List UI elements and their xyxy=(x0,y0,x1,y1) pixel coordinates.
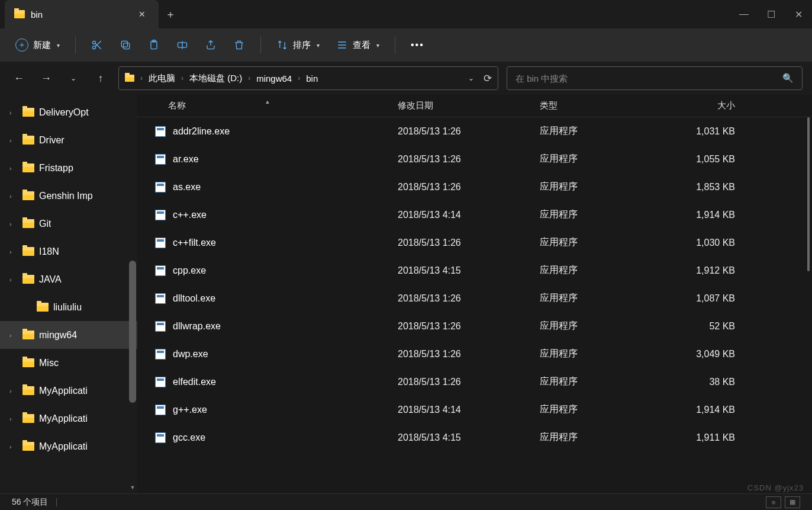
table-row[interactable]: cpp.exe2018/5/13 4:15应用程序1,912 KB xyxy=(137,256,812,284)
chevron-right-icon: › xyxy=(298,74,300,82)
up-button[interactable]: ↑ xyxy=(91,69,110,88)
sidebar-item[interactable]: ›Genshin Imp xyxy=(0,182,137,210)
view-icon xyxy=(336,39,348,51)
file-size: 1,914 KB xyxy=(658,405,753,415)
new-tab-button[interactable]: ＋ xyxy=(159,0,182,28)
column-type[interactable]: 类型 xyxy=(540,100,658,111)
table-row[interactable]: ar.exe2018/5/13 1:26应用程序1,055 KB xyxy=(137,145,812,173)
file-date: 2018/5/13 4:14 xyxy=(398,405,540,415)
table-row[interactable]: dwp.exe2018/5/13 1:26应用程序3,049 KB xyxy=(137,340,812,368)
sidebar-item[interactable]: ›Fristapp xyxy=(0,154,137,182)
sidebar-item[interactable]: ›MyApplicati xyxy=(0,377,137,405)
file-type: 应用程序 xyxy=(540,181,658,193)
rename-button[interactable] xyxy=(170,34,194,56)
breadcrumb-item[interactable]: bin xyxy=(306,73,318,84)
file-date: 2018/5/13 1:26 xyxy=(398,377,540,387)
delete-button[interactable] xyxy=(227,34,251,56)
sidebar-item[interactable]: ›mingw64 xyxy=(0,321,137,349)
file-name: dllwrap.exe xyxy=(173,321,221,332)
divider xyxy=(56,498,57,506)
scrollbar-thumb[interactable] xyxy=(129,261,136,403)
address-bar[interactable]: › 此电脑 › 本地磁盘 (D:) › mingw64 › bin ⌄ ⟳ xyxy=(118,66,498,90)
sidebar-item-label: MyApplicati xyxy=(39,386,88,396)
chevron-right-icon[interactable]: › xyxy=(9,332,18,339)
cut-button[interactable] xyxy=(85,34,109,56)
search-box[interactable]: 🔍 xyxy=(507,66,803,90)
paste-button[interactable] xyxy=(142,34,166,56)
forward-button[interactable]: → xyxy=(37,69,56,88)
search-input[interactable] xyxy=(515,73,782,84)
thumbnails-view-button[interactable]: ▦ xyxy=(785,496,800,508)
chevron-right-icon[interactable]: › xyxy=(9,137,18,144)
details-view-button[interactable]: ≡ xyxy=(766,496,781,508)
scroll-down-icon[interactable]: ▼ xyxy=(129,484,136,491)
chevron-right-icon[interactable]: › xyxy=(9,387,18,394)
sidebar-item[interactable]: ›Git xyxy=(0,210,137,238)
recent-button[interactable]: ⌄ xyxy=(64,69,83,88)
close-tab-button[interactable]: ✕ xyxy=(133,5,152,24)
search-icon[interactable]: 🔍 xyxy=(782,73,794,84)
sidebar-item-label: liuliuliu xyxy=(53,302,82,313)
maximize-button[interactable]: ☐ xyxy=(758,5,785,24)
chevron-down-icon[interactable]: ⌄ xyxy=(468,74,474,82)
breadcrumb-item[interactable]: 此电脑 xyxy=(149,73,175,84)
breadcrumb-item[interactable]: 本地磁盘 (D:) xyxy=(189,73,242,84)
sort-button[interactable]: 排序 ▾ xyxy=(270,34,326,56)
folder-icon xyxy=(22,136,34,145)
minimize-button[interactable]: — xyxy=(730,5,758,24)
sidebar: ›DeliveryOpt›Driver›Fristapp›Genshin Imp… xyxy=(0,95,137,493)
view-button[interactable]: 查看 ▾ xyxy=(330,34,385,56)
column-headers: ▲ 名称 修改日期 类型 大小 xyxy=(137,95,812,117)
file-date: 2018/5/13 4:15 xyxy=(398,265,540,276)
refresh-button[interactable]: ⟳ xyxy=(484,72,492,85)
watermark: CSDN @yjx23 xyxy=(747,483,804,492)
file-name: ar.exe xyxy=(173,154,199,165)
new-button[interactable]: ＋ 新建 ▾ xyxy=(9,34,66,56)
share-button[interactable] xyxy=(199,34,223,56)
chevron-right-icon[interactable]: › xyxy=(9,415,18,422)
sidebar-item[interactable]: ›JAVA xyxy=(0,265,137,293)
table-row[interactable]: gcc.exe2018/5/13 4:15应用程序1,911 KB xyxy=(137,424,812,451)
column-date[interactable]: 修改日期 xyxy=(398,100,540,111)
file-name: g++.exe xyxy=(173,405,207,415)
chevron-right-icon[interactable]: › xyxy=(9,276,18,283)
table-row[interactable]: dllwrap.exe2018/5/13 1:26应用程序52 KB xyxy=(137,312,812,340)
sidebar-item-label: MyApplicati xyxy=(39,413,88,424)
window-tab[interactable]: bin ✕ xyxy=(5,0,159,28)
close-window-button[interactable]: ✕ xyxy=(785,5,812,24)
copy-button[interactable] xyxy=(114,34,137,56)
sidebar-item[interactable]: ›MyApplicati xyxy=(0,405,137,432)
chevron-right-icon[interactable]: › xyxy=(9,193,18,200)
chevron-right-icon[interactable]: › xyxy=(9,109,18,116)
sidebar-item[interactable]: ›DeliveryOpt xyxy=(0,98,137,126)
sidebar-item[interactable]: ›MyApplicati xyxy=(0,432,137,460)
sidebar-item[interactable]: ›Driver xyxy=(0,126,137,154)
chevron-right-icon[interactable]: › xyxy=(9,443,18,450)
file-size: 1,853 KB xyxy=(658,182,753,193)
sidebar-item[interactable]: ›I18N xyxy=(0,238,137,265)
scrollbar-thumb[interactable] xyxy=(807,117,810,271)
table-row[interactable]: c++.exe2018/5/13 4:14应用程序1,914 KB xyxy=(137,201,812,229)
table-row[interactable]: as.exe2018/5/13 1:26应用程序1,853 KB xyxy=(137,173,812,201)
column-name[interactable]: ▲ 名称 xyxy=(137,100,398,111)
file-size: 1,031 KB xyxy=(658,126,753,137)
sidebar-item[interactable]: Misc xyxy=(0,349,137,377)
chevron-right-icon[interactable]: › xyxy=(9,220,18,227)
table-row[interactable]: addr2line.exe2018/5/13 1:26应用程序1,031 KB xyxy=(137,117,812,145)
more-button[interactable]: ••• xyxy=(405,34,430,56)
chevron-right-icon[interactable]: › xyxy=(9,248,18,255)
sidebar-item-label: JAVA xyxy=(39,274,62,285)
breadcrumb-item[interactable]: mingw64 xyxy=(256,73,292,84)
column-size[interactable]: 大小 xyxy=(658,100,753,111)
table-row[interactable]: c++filt.exe2018/5/13 1:26应用程序1,030 KB xyxy=(137,229,812,256)
table-row[interactable]: dlltool.exe2018/5/13 1:26应用程序1,087 KB xyxy=(137,284,812,312)
chevron-right-icon[interactable]: › xyxy=(9,165,18,172)
file-date: 2018/5/13 1:26 xyxy=(398,321,540,332)
sidebar-item[interactable]: liuliuliu xyxy=(0,293,137,321)
file-rows: addr2line.exe2018/5/13 1:26应用程序1,031 KBa… xyxy=(137,117,812,451)
table-row[interactable]: g++.exe2018/5/13 4:14应用程序1,914 KB xyxy=(137,396,812,424)
status-text: 56 个项目 xyxy=(12,497,48,508)
back-button[interactable]: ← xyxy=(9,69,28,88)
navbar: ← → ⌄ ↑ › 此电脑 › 本地磁盘 (D:) › mingw64 › bi… xyxy=(0,62,812,95)
table-row[interactable]: elfedit.exe2018/5/13 1:26应用程序38 KB xyxy=(137,368,812,396)
